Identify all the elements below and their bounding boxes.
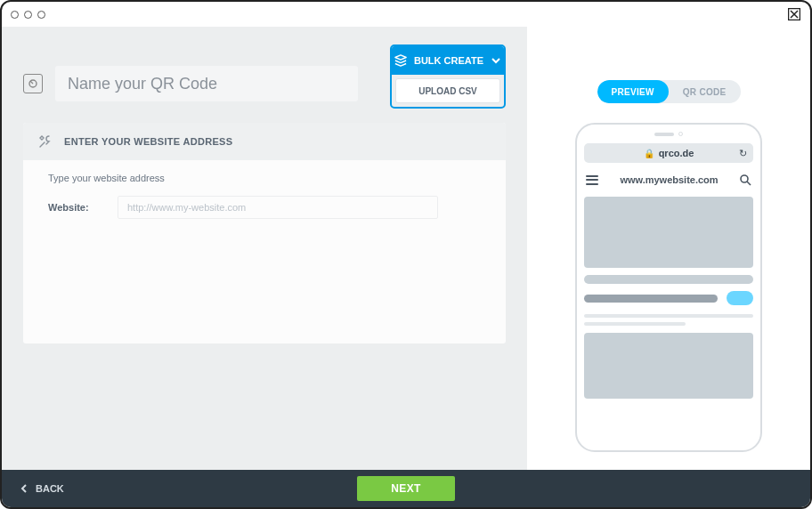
app-window: BULK CREATE UPLOAD CSV ENTER YOUR WEBSIT… bbox=[0, 0, 812, 509]
close-icon[interactable] bbox=[787, 7, 801, 21]
lock-icon: 🔒 bbox=[644, 149, 654, 158]
back-label: BACK bbox=[36, 483, 64, 494]
phone-mockup: 🔒 qrco.de ↻ www.mywebsite.com bbox=[575, 123, 762, 452]
chevron-left-icon bbox=[20, 484, 28, 493]
content-button bbox=[727, 291, 753, 305]
content-line bbox=[584, 275, 753, 284]
window-controls bbox=[11, 11, 45, 19]
tab-qrcode[interactable]: QR CODE bbox=[669, 80, 741, 103]
titlebar bbox=[2, 2, 810, 27]
upload-csv-item[interactable]: UPLOAD CSV bbox=[395, 78, 500, 103]
bulk-create-label: BULK CREATE bbox=[414, 55, 483, 66]
content-block bbox=[584, 197, 753, 268]
content-line bbox=[584, 322, 686, 326]
phone-domain: qrco.de bbox=[659, 148, 694, 158]
footer: BACK NEXT bbox=[2, 470, 810, 507]
window-dot[interactable] bbox=[37, 11, 45, 19]
hamburger-icon bbox=[586, 175, 598, 185]
window-dot[interactable] bbox=[24, 11, 32, 19]
website-panel: ENTER YOUR WEBSITE ADDRESS Type your web… bbox=[23, 123, 506, 343]
search-icon bbox=[740, 174, 751, 186]
back-button[interactable]: BACK bbox=[20, 483, 64, 494]
qr-name-input[interactable] bbox=[55, 66, 358, 101]
site-header: www.mywebsite.com bbox=[584, 170, 753, 190]
content-pill bbox=[584, 295, 718, 303]
left-pane: BULK CREATE UPLOAD CSV ENTER YOUR WEBSIT… bbox=[2, 27, 527, 470]
tab-preview[interactable]: PREVIEW bbox=[597, 80, 669, 103]
panel-hint: Type your website address bbox=[48, 173, 481, 183]
content-lines bbox=[584, 314, 753, 326]
tools-icon bbox=[37, 133, 53, 149]
refresh-icon: ↻ bbox=[739, 148, 747, 159]
content-row bbox=[584, 291, 753, 305]
website-field-label: Website: bbox=[48, 202, 102, 213]
svg-point-2 bbox=[741, 175, 748, 182]
qr-name-icon bbox=[23, 74, 43, 93]
preview-toggle: PREVIEW QR CODE bbox=[597, 80, 741, 103]
chevron-down-icon bbox=[491, 55, 501, 66]
website-url-input[interactable] bbox=[118, 196, 438, 219]
phone-speaker bbox=[651, 132, 686, 136]
site-url: www.mywebsite.com bbox=[620, 174, 718, 185]
content-line bbox=[584, 314, 753, 318]
right-pane: PREVIEW QR CODE 🔒 qrco.de ↻ www.mywebsit… bbox=[527, 27, 810, 470]
content-block bbox=[584, 333, 753, 399]
phone-address-bar: 🔒 qrco.de ↻ bbox=[584, 143, 753, 163]
bulk-create-dropdown: BULK CREATE UPLOAD CSV bbox=[390, 44, 506, 109]
stack-icon bbox=[394, 54, 407, 67]
panel-title: ENTER YOUR WEBSITE ADDRESS bbox=[64, 136, 232, 147]
next-button[interactable]: NEXT bbox=[357, 476, 455, 501]
bulk-create-button[interactable]: BULK CREATE bbox=[392, 46, 504, 75]
window-dot[interactable] bbox=[11, 11, 19, 19]
panel-header: ENTER YOUR WEBSITE ADDRESS bbox=[23, 123, 506, 160]
